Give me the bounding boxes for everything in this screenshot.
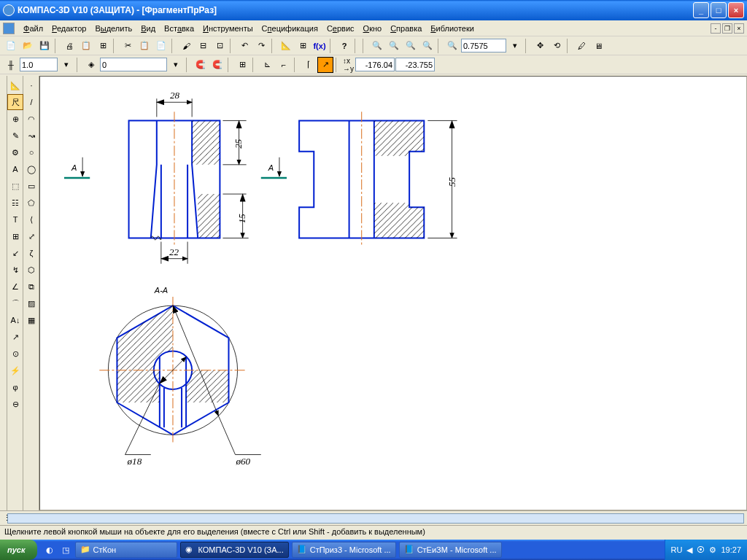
menu-libs[interactable]: Библиотеки: [426, 23, 479, 34]
tree-button[interactable]: ⊡: [212, 38, 228, 54]
sub-chamfer[interactable]: ⤢: [23, 228, 39, 244]
tool-axis[interactable]: ↙: [7, 245, 23, 261]
tool-arc[interactable]: ⌒: [7, 295, 23, 311]
tool-lightning[interactable]: ⚡: [7, 362, 23, 378]
sub-poly[interactable]: ⬠: [23, 195, 39, 211]
tool-param[interactable]: ⚙: [7, 144, 23, 160]
tool-measure[interactable]: А: [7, 161, 23, 177]
refresh-icon[interactable]: 🖥: [590, 38, 606, 54]
quick-ie-icon[interactable]: ◐: [42, 542, 58, 558]
grid2-icon[interactable]: ⊞: [234, 57, 250, 73]
sub-spline[interactable]: ↝: [23, 128, 39, 144]
tray-icon-3[interactable]: ⚙: [709, 545, 716, 555]
tool-circ2[interactable]: ⊖: [7, 396, 23, 412]
taskbtn-3[interactable]: 📘 СтПриз3 - Microsoft ...: [292, 542, 396, 558]
round-icon[interactable]: ⌈: [301, 57, 317, 73]
menu-spec[interactable]: Спецификация: [258, 23, 322, 34]
props-button[interactable]: 🖌: [178, 38, 194, 54]
tool-a[interactable]: A↓: [7, 312, 23, 328]
menu-help[interactable]: Справка: [386, 23, 426, 34]
tool-arrow[interactable]: ↗: [7, 329, 23, 345]
maximize-button[interactable]: □: [711, 2, 727, 18]
param-icon[interactable]: ↗: [317, 57, 333, 73]
zoomwin-icon[interactable]: 🔍: [403, 38, 419, 54]
sub-point[interactable]: ·: [23, 77, 39, 93]
sub-equi[interactable]: ⧉: [23, 279, 39, 295]
cut-button[interactable]: ✂: [120, 38, 136, 54]
taskbtn-2[interactable]: ◉ КОМПАС-3D V10 (ЗА...: [180, 542, 289, 558]
leftbar-grip[interactable]: [0, 76, 7, 510]
doc-button[interactable]: ⊞: [95, 38, 111, 54]
snap1-icon[interactable]: 🧲: [193, 57, 209, 73]
drawing-canvas[interactable]: 28 22 25 15 А: [39, 76, 747, 510]
calc-button[interactable]: 📐: [278, 38, 294, 54]
sub-rect[interactable]: ▭: [23, 178, 39, 194]
grid-button[interactable]: ⊞: [295, 38, 311, 54]
new-button[interactable]: 📄: [3, 38, 19, 54]
undo-button[interactable]: ↶: [236, 38, 252, 54]
coord-x-input[interactable]: [355, 58, 395, 71]
menu-service[interactable]: Сервис: [322, 23, 359, 34]
save-button[interactable]: 💾: [36, 38, 53, 54]
start-button[interactable]: пуск: [0, 540, 37, 560]
sub-line[interactable]: /: [23, 94, 39, 110]
preview-button[interactable]: 📋: [78, 38, 94, 54]
zoom-input[interactable]: [461, 39, 506, 52]
zoomin-icon[interactable]: 🔍: [369, 38, 385, 54]
layer-icon[interactable]: ◈: [83, 57, 99, 73]
sub-ellipse[interactable]: ◯: [23, 161, 39, 177]
menu-view[interactable]: Вид: [136, 23, 160, 34]
pan-icon[interactable]: ✥: [532, 38, 548, 54]
close-button[interactable]: ×: [728, 2, 744, 18]
tool-circle[interactable]: ⊙: [7, 346, 23, 362]
menu-tools[interactable]: Инструменты: [198, 23, 258, 34]
sub-fill[interactable]: ▦: [23, 312, 39, 328]
tool-spec[interactable]: ☷: [7, 195, 23, 211]
menu-insert[interactable]: Вставка: [160, 23, 198, 34]
system-tray[interactable]: RU ◀ ⦿ ⚙ 19:27: [665, 540, 747, 560]
mdi-minimize[interactable]: -: [711, 23, 721, 34]
format-button[interactable]: ⊟: [195, 38, 211, 54]
tool-select[interactable]: ⬚: [7, 178, 23, 194]
menu-window[interactable]: Окно: [359, 23, 387, 34]
open-button[interactable]: 📂: [20, 38, 36, 54]
dropdown2-icon[interactable]: ▾: [58, 57, 74, 73]
zoom-icon[interactable]: 🔍: [444, 38, 460, 54]
zoomfit-icon[interactable]: 🔍: [419, 38, 436, 54]
taskbtn-1[interactable]: 📁 СтКон: [75, 542, 177, 558]
mdi-close[interactable]: ×: [734, 23, 744, 34]
menu-file[interactable]: Файл: [19, 23, 47, 34]
sub-hex[interactable]: ⬡: [23, 262, 39, 278]
sub-fold[interactable]: ⟨: [23, 211, 39, 228]
doc-icon[interactable]: [3, 23, 15, 34]
redo-button[interactable]: ↷: [253, 38, 269, 54]
dropdown-icon[interactable]: ▾: [507, 38, 523, 54]
sub-circle[interactable]: ○: [23, 144, 39, 160]
minimize-button[interactable]: _: [693, 2, 709, 18]
coord-icon[interactable]: ⌐: [276, 57, 292, 73]
zoomout-icon[interactable]: 🔍: [386, 38, 402, 54]
taskbtn-4[interactable]: 📘 СтЕиЗМ - Microsoft ...: [399, 542, 502, 558]
clock[interactable]: 19:27: [721, 545, 741, 554]
redraw-icon[interactable]: 🖊: [573, 38, 589, 54]
menu-select[interactable]: Выделить: [90, 23, 136, 34]
sub-break[interactable]: ζ: [23, 245, 39, 261]
tool-phi[interactable]: φ: [7, 379, 23, 395]
coord-y-input[interactable]: [395, 58, 435, 71]
help-button[interactable]: ?: [336, 38, 352, 54]
tool-geom[interactable]: 📐: [7, 77, 23, 93]
quick-desktop-icon[interactable]: ◳: [58, 542, 74, 558]
snap2-icon[interactable]: 🧲: [209, 57, 225, 73]
tool-dim[interactable]: 尺: [7, 94, 23, 110]
tray-icon-1[interactable]: ◀: [686, 545, 692, 555]
copy-button[interactable]: 📋: [136, 38, 152, 54]
lang-indicator[interactable]: RU: [671, 545, 683, 554]
sub-hatch[interactable]: ▨: [23, 295, 39, 311]
tool-table[interactable]: ⊞: [7, 228, 23, 244]
mdi-restore[interactable]: ❐: [722, 23, 732, 34]
fx-button[interactable]: f(x): [311, 38, 328, 54]
menu-editor[interactable]: Редактор: [47, 23, 90, 34]
linestyle-input[interactable]: [20, 58, 58, 71]
property-field[interactable]: [7, 513, 744, 524]
layer-input[interactable]: [100, 58, 167, 71]
